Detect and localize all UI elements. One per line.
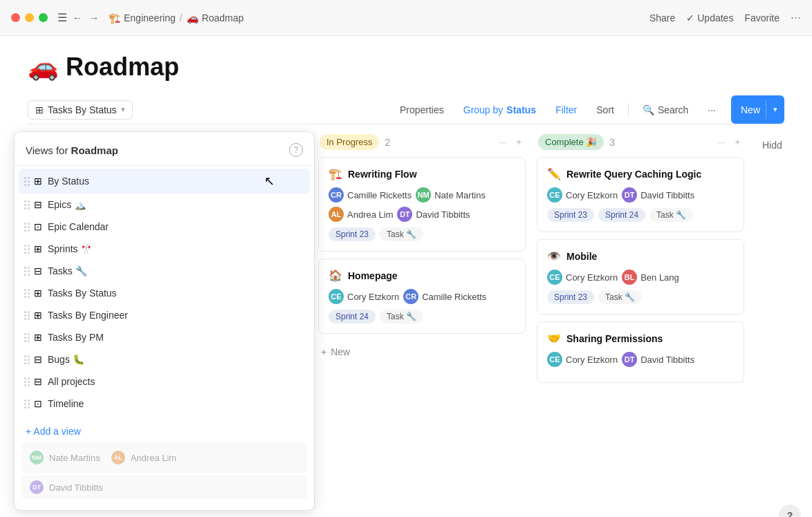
title-bar: ☰ ← → 🏗️ Engineering / 🚗 Roadmap Share ✓… xyxy=(0,0,812,36)
col-header-in-progress: In Progress 2 ··· + xyxy=(318,134,526,150)
card-mobile[interactable]: 👁️ Mobile CE Cory Etzkorn BL Ben Lang Sp… xyxy=(537,239,744,314)
card-rewriting-flow[interactable]: 🏗️ Rewriting Flow CR Camille Ricketts NM… xyxy=(318,157,526,252)
query-icon: ✏️ xyxy=(547,167,561,180)
new-button-caret[interactable]: ▾ xyxy=(766,100,784,119)
column-hidden: Hidd xyxy=(755,134,797,517)
minimize-button[interactable] xyxy=(25,13,34,22)
more-toolbar-button[interactable]: ··· xyxy=(699,100,724,120)
view-selector[interactable]: ⊞ Tasks By Status ▾ xyxy=(28,100,133,120)
chevron-down-icon: ▾ xyxy=(121,105,125,114)
drag-handle xyxy=(24,200,30,209)
sort-button[interactable]: Sort xyxy=(588,100,622,120)
drag-handle xyxy=(24,245,30,254)
new-button[interactable]: New ▾ xyxy=(731,95,784,124)
sidebar-toggle-icon[interactable]: ☰ xyxy=(57,11,67,24)
item-label: Epics 🏔️ xyxy=(48,199,288,210)
sidebar-help-button[interactable]: ? xyxy=(289,143,303,157)
item-label: Tasks By Status xyxy=(48,288,288,299)
forward-icon[interactable]: → xyxy=(89,12,99,24)
filter-button[interactable]: Filter xyxy=(547,100,585,120)
avatar: NM xyxy=(416,187,431,203)
avatar: CE xyxy=(547,352,562,367)
card-assignees-homepage: CE Cory Etzkorn CR Camille Ricketts xyxy=(329,289,515,304)
sidebar-item-all-projects[interactable]: ⊟ All projects ··· xyxy=(19,370,310,393)
item-label: By Status xyxy=(48,176,264,187)
tag-sprint23-m: Sprint 23 xyxy=(547,290,594,304)
sidebar-item-timeline[interactable]: ⊡ Timeline ··· xyxy=(19,393,310,415)
sidebar-item-tasks-by-status[interactable]: ⊞ Tasks By Status ··· xyxy=(19,282,310,304)
drag-handle xyxy=(24,400,30,408)
mobile-icon: 👁️ xyxy=(547,250,561,263)
avatar: AL xyxy=(329,207,344,222)
favorite-button[interactable]: Favorite xyxy=(744,12,779,24)
avatar: CE xyxy=(547,270,562,285)
sidebar-item-tasks[interactable]: ⊟ Tasks 🔧 ··· xyxy=(19,260,310,282)
avatar: AL xyxy=(111,451,125,464)
updates-button[interactable]: ✓ Updates xyxy=(686,12,733,24)
properties-button[interactable]: Properties xyxy=(391,100,452,120)
card-tags-homepage: Sprint 24 Task 🔧 xyxy=(329,310,515,323)
tag-task-m: Task 🔧 xyxy=(598,290,642,304)
card-homepage[interactable]: 🏠 Homepage CE Cory Etzkorn CR Camille Ri… xyxy=(318,258,526,334)
toolbar-separator xyxy=(628,103,629,117)
ghost-name: Nate Martins xyxy=(49,453,100,463)
breadcrumb-separator: / xyxy=(180,12,183,24)
add-view-button[interactable]: + Add a view xyxy=(15,420,314,442)
view-icon: ⊞ xyxy=(34,332,42,343)
col-more-icon[interactable]: ··· xyxy=(497,135,510,149)
engineering-icon: 🏗️ xyxy=(109,12,120,24)
page-header: 🚗 Roadmap ⊞ Tasks By Status ▾ Properties… xyxy=(0,36,812,124)
card-tags: Sprint 23 Task 🔧 xyxy=(329,227,515,241)
item-label: Tasks By PM xyxy=(48,332,288,343)
search-button[interactable]: 🔍 Search xyxy=(634,100,696,120)
homepage-icon: 🏠 xyxy=(329,269,342,282)
avatar: CR xyxy=(403,289,418,304)
drag-handle xyxy=(24,223,30,232)
sidebar-item-bugs[interactable]: ⊟ Bugs 🐛 ··· xyxy=(19,348,310,370)
assignee-camille: CR Camille Ricketts xyxy=(329,187,412,203)
view-icon: ⊞ xyxy=(34,310,42,321)
sidebar-item-sprints[interactable]: ⊞ Sprints 🎌 ··· xyxy=(19,238,310,260)
complete-more-icon[interactable]: ··· xyxy=(715,135,728,149)
drag-handle xyxy=(24,377,30,386)
assignee-nate: NM Nate Martins xyxy=(416,187,486,203)
view-icon: ⊟ xyxy=(34,265,42,276)
maximize-button[interactable] xyxy=(39,13,48,22)
close-button[interactable] xyxy=(11,13,20,22)
search-icon: 🔍 xyxy=(643,104,654,115)
avatar: DT xyxy=(30,480,44,494)
item-label: Bugs 🐛 xyxy=(48,354,288,365)
breadcrumb-engineering[interactable]: 🏗️ Engineering xyxy=(109,12,176,24)
sidebar-item-tasks-by-engineer[interactable]: ⊞ Tasks By Engineer ··· xyxy=(19,304,310,326)
in-progress-count: 2 xyxy=(385,137,390,148)
card-title-mobile: 👁️ Mobile xyxy=(547,250,734,263)
col-add-icon[interactable]: + xyxy=(513,135,524,149)
toolbar-right: Properties Group by Status Filter Sort 🔍… xyxy=(391,95,784,124)
column-complete: Complete 🎉 3 ··· + ✏️ Rewrite Query Cach… xyxy=(537,134,744,517)
card-rewrite-query[interactable]: ✏️ Rewrite Query Caching Logic CE Cory E… xyxy=(537,157,744,232)
group-by-button[interactable]: Group by Status xyxy=(455,100,544,120)
breadcrumb-roadmap[interactable]: 🚗 Roadmap xyxy=(187,12,244,24)
avatar: DT xyxy=(622,187,637,203)
add-new-in-progress[interactable]: + New xyxy=(318,341,526,363)
share-button[interactable]: Share xyxy=(649,12,675,24)
roadmap-icon: 🚗 xyxy=(187,12,199,24)
card-title-homepage: 🏠 Homepage xyxy=(329,269,515,282)
sidebar-item-by-status[interactable]: ⊞ By Status ↖ ··· xyxy=(19,169,310,194)
card-title-query: ✏️ Rewrite Query Caching Logic xyxy=(547,167,734,180)
card-title: 🏗️ Rewriting Flow xyxy=(329,167,515,180)
sidebar-item-epics[interactable]: ⊟ Epics 🏔️ ··· xyxy=(19,194,310,216)
sidebar-item-epic-calendar[interactable]: ⊡ Epic Calendar ··· xyxy=(19,216,310,238)
avatar: CE xyxy=(329,289,344,304)
col-header-hidden: Hidd xyxy=(755,134,797,156)
card-sharing-permissions[interactable]: 🤝 Sharing Permissions CE Cory Etzkorn DT… xyxy=(537,321,744,383)
item-label: Timeline xyxy=(48,398,288,409)
complete-add-icon[interactable]: + xyxy=(732,135,743,149)
drag-handle xyxy=(24,355,30,364)
back-icon[interactable]: ← xyxy=(73,12,82,24)
item-label: All projects xyxy=(48,376,288,387)
more-options-button[interactable]: ··· xyxy=(791,10,801,25)
sidebar-item-tasks-by-pm[interactable]: ⊞ Tasks By PM ··· xyxy=(19,326,310,348)
avatar: BL xyxy=(622,270,637,285)
sidebar-panel: Views for Roadmap ? ⊞ By Status ↖ ··· xyxy=(14,131,315,511)
